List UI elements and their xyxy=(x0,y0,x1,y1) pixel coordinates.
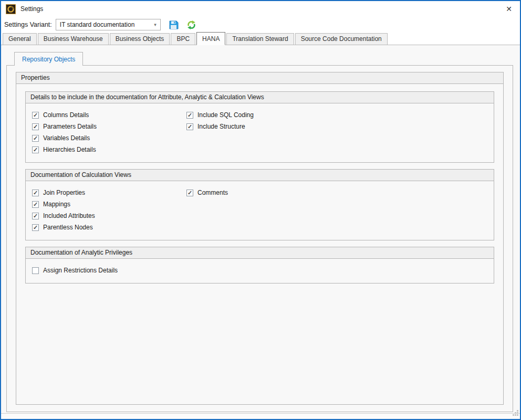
checkbox-label: Variables Details xyxy=(43,134,90,142)
settings-variant-label: Settings Variant: xyxy=(4,21,52,28)
checkbox-column: ✓Include SQL Coding✓Include Structure xyxy=(186,109,487,155)
checkbox-checked-mappings[interactable]: ✓ xyxy=(32,201,39,208)
checkbox-row-parameters-details: ✓Parameters Details xyxy=(32,121,186,132)
checkbox-label: Mappings xyxy=(43,201,70,208)
tab-bpc[interactable]: BPC xyxy=(171,33,195,45)
checkbox-row-include-structure: ✓Include Structure xyxy=(186,121,487,132)
tab-business-warehouse[interactable]: Business Warehouse xyxy=(38,33,109,45)
checkbox-checked-variables-details[interactable]: ✓ xyxy=(32,135,39,142)
hana-tab-panel: Repository Objects Properties Details to… xyxy=(1,45,520,413)
resize-grip-icon[interactable] xyxy=(512,409,519,418)
tab-business-objects[interactable]: Business Objects xyxy=(110,33,170,45)
tab-source-code-documentation[interactable]: Source Code Documentation xyxy=(295,33,388,45)
checkbox-checked-included-attributes[interactable]: ✓ xyxy=(32,213,39,219)
statusbar xyxy=(1,413,520,419)
checkbox-checked-parameters-details[interactable]: ✓ xyxy=(32,123,39,130)
group-header: Documentation of Calculation Views xyxy=(26,170,494,181)
save-button[interactable] xyxy=(169,20,179,30)
checkbox-row-assign-restrictions-details: Assign Restrictions Details xyxy=(32,265,186,276)
tab-repository-objects[interactable]: Repository Objects xyxy=(14,52,83,66)
checkbox-column: ✓Comments xyxy=(186,187,487,233)
sub-tabstrip: Repository Objects xyxy=(6,52,513,65)
group-body: ✓Join Properties✓Mappings✓Included Attri… xyxy=(26,181,494,240)
checkbox-column: ✓Columns Details✓Parameters Details✓Vari… xyxy=(32,109,186,155)
chevron-down-icon: ▾ xyxy=(154,23,157,27)
checkbox-column: Assign Restrictions Details xyxy=(32,265,186,276)
tab-translation-steward[interactable]: Translation Steward xyxy=(226,33,294,45)
window-title: Settings xyxy=(20,5,43,13)
checkbox-row-columns-details: ✓Columns Details xyxy=(32,109,186,121)
checkbox-label: Assign Restrictions Details xyxy=(43,267,118,274)
group-body: ✓Columns Details✓Parameters Details✓Vari… xyxy=(26,103,494,162)
checkbox-unchecked-assign-restrictions-details[interactable] xyxy=(32,267,39,274)
group-header: Documentation of Analytic Privileges xyxy=(26,247,494,259)
tab-hana[interactable]: HANA xyxy=(196,32,225,45)
settings-variant-value: IT standard documentation xyxy=(60,21,135,28)
checkbox-label: Include Structure xyxy=(197,123,245,130)
checkbox-label: Hierarchies Details xyxy=(43,146,96,153)
properties-groupbox: Properties Details to be include in the … xyxy=(16,72,504,405)
checkbox-row-parentless-nodes: ✓Parentless Nodes xyxy=(32,222,186,233)
settings-variant-combobox[interactable]: IT standard documentation ▾ xyxy=(56,19,161,30)
checkbox-label: Columns Details xyxy=(43,111,89,119)
group-body: Assign Restrictions Details xyxy=(26,259,494,283)
checkbox-row-mappings: ✓Mappings xyxy=(32,198,186,210)
checkbox-label: Included Attributes xyxy=(43,212,95,219)
checkbox-column xyxy=(186,265,487,276)
checkbox-label: Include SQL Coding xyxy=(197,111,254,119)
refresh-icon[interactable] xyxy=(186,20,196,30)
checkbox-checked-join-properties[interactable]: ✓ xyxy=(32,190,39,196)
checkbox-label: Join Properties xyxy=(43,189,85,196)
group-header: Details to be include in the documentati… xyxy=(26,92,494,103)
group-details-to-be-include-in-the-documentati: Details to be include in the documentati… xyxy=(25,91,494,163)
group-documentation-of-calculation-views: Documentation of Calculation Views✓Join … xyxy=(25,169,494,240)
checkbox-row-join-properties: ✓Join Properties xyxy=(32,187,186,198)
checkbox-checked-columns-details[interactable]: ✓ xyxy=(32,112,39,119)
titlebar: Settings ✕ xyxy=(1,1,520,17)
group-documentation-of-analytic-privileges: Documentation of Analytic PrivilegesAssi… xyxy=(25,247,494,284)
repository-objects-panel: Properties Details to be include in the … xyxy=(6,65,513,412)
checkbox-label: Comments xyxy=(197,189,228,196)
checkbox-checked-comments[interactable]: ✓ xyxy=(186,190,193,196)
properties-body: Details to be include in the documentati… xyxy=(16,84,503,404)
checkbox-checked-include-structure[interactable]: ✓ xyxy=(186,123,193,130)
main-tabstrip: GeneralBusiness WarehouseBusiness Object… xyxy=(1,33,520,45)
checkbox-row-variables-details: ✓Variables Details xyxy=(32,132,186,144)
checkbox-checked-include-sql-coding[interactable]: ✓ xyxy=(186,112,193,119)
checkbox-row-included-attributes: ✓Included Attributes xyxy=(32,210,186,222)
tab-general[interactable]: General xyxy=(3,33,37,45)
checkbox-row-comments: ✓Comments xyxy=(186,187,487,198)
checkbox-row-hierarchies-details: ✓Hierarchies Details xyxy=(32,144,186,155)
close-button[interactable]: ✕ xyxy=(498,1,520,17)
checkbox-label: Parentless Nodes xyxy=(43,224,93,231)
checkbox-checked-parentless-nodes[interactable]: ✓ xyxy=(32,224,39,231)
checkbox-column: ✓Join Properties✓Mappings✓Included Attri… xyxy=(32,187,186,233)
settings-window: Settings ✕ Settings Variant: IT standard… xyxy=(0,0,521,420)
checkbox-checked-hierarchies-details[interactable]: ✓ xyxy=(32,146,39,153)
checkbox-label: Parameters Details xyxy=(43,123,97,130)
app-logo-icon xyxy=(6,4,16,14)
checkbox-row-include-sql-coding: ✓Include SQL Coding xyxy=(186,109,487,121)
toolbar: Settings Variant: IT standard documentat… xyxy=(1,17,520,33)
properties-header: Properties xyxy=(16,72,503,84)
